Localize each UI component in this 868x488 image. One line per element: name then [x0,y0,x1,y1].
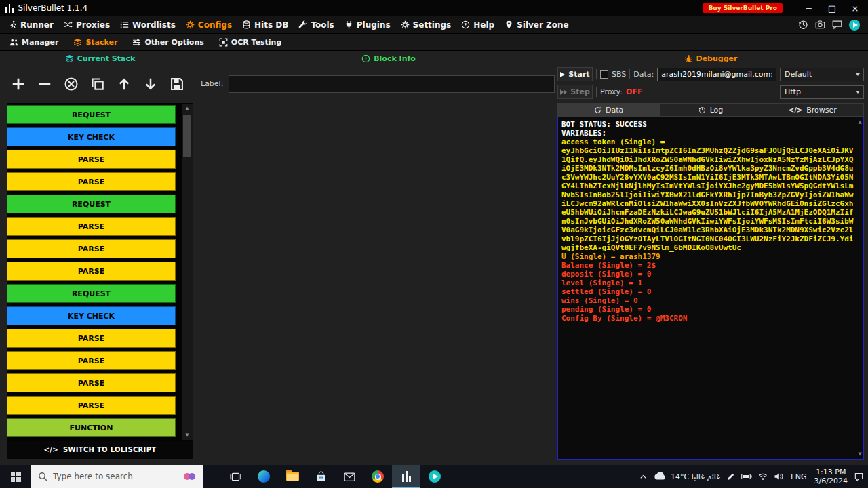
proxy-type-select[interactable]: Http [780,85,864,99]
tab-log[interactable]: Log [659,103,761,117]
connection-icon[interactable] [849,20,860,30]
section-header-row: Current Stack Block Info Debugger [0,51,868,66]
camera-icon[interactable] [815,20,825,30]
taskbar-silverbullet-icon[interactable] [392,465,420,488]
scroll-thumb[interactable] [183,115,191,157]
menu-item-settings[interactable]: Settings [401,20,452,30]
battery-icon[interactable] [741,473,752,480]
remove-block-button[interactable] [37,77,52,92]
console-line: vbl9pZCI6IjJjOGYzOTAyLTVlOGItNGI0NC04OGI… [561,235,854,243]
stack-block-parse[interactable]: PARSE [7,172,176,191]
sbs-checkbox[interactable] [600,70,608,79]
console-line: NvbSIsInBob25lIjoiIiwiYXBwX21ldGFkYXRhIj… [561,190,854,199]
save-stack-button[interactable] [170,77,184,92]
stack-block-request[interactable]: REQUEST [7,195,176,214]
minimize-button[interactable]: − [802,3,816,14]
notification-center-icon[interactable] [854,472,864,482]
stack-block-parse[interactable]: PARSE [7,329,176,348]
stack-panel: REQUESTKEY CHECKPARSEPARSEREQUESTPARSEPA… [7,103,193,441]
start-button[interactable]: Start [557,67,593,81]
start-label: Start [568,70,589,79]
stack-block-parse[interactable]: PARSE [7,217,176,236]
clone-block-button[interactable] [90,77,105,92]
menu-item-silver-zone[interactable]: Silver Zone [505,20,569,30]
console-scroll-up-icon[interactable]: ▲ [859,119,862,125]
debugger-row-2: Step Proxy: OFF Http [557,85,864,99]
language-indicator[interactable]: ENG [789,472,808,481]
console-line: pending (Single) = 0 [561,305,854,314]
subtab-ocr-testing[interactable]: OCR Testing [219,38,282,47]
proxy-toggle[interactable]: OFF [626,87,642,96]
chat-icon[interactable] [832,20,842,30]
titlebar: SilverBullet 1.1.4 Buy SilverBullet Pro … [0,0,868,16]
taskbar-task-view-icon[interactable] [221,465,250,488]
stack-block-parse[interactable]: PARSE [7,351,176,370]
move-block-up-button[interactable] [117,77,132,92]
menu-item-label: Plugins [357,20,391,30]
menu-item-hits-db[interactable]: Hits DB [242,20,288,30]
menu-item-tools[interactable]: Tools [298,20,334,30]
stack-block-request[interactable]: REQUEST [7,284,176,303]
add-block-button[interactable] [11,77,26,92]
buy-pro-button[interactable]: Buy SilverBullet Pro [703,3,783,13]
label-input[interactable] [229,75,555,93]
subtab-stacker[interactable]: Stacker [73,38,117,47]
maximize-button[interactable]: □ [825,3,840,14]
subtab-other-options[interactable]: Other Options [132,38,203,47]
weather-widget[interactable]: 14°C غائم غالبا [654,471,720,482]
taskbar-clock[interactable]: 1:13 PM 3/6/2024 [814,468,848,485]
stack-block-parse[interactable]: PARSE [7,373,176,392]
stack-block-parse[interactable]: PARSE [7,262,176,281]
scroll-down-icon[interactable]: ▼ [182,430,193,440]
network-icon[interactable] [758,472,768,481]
taskbar-edge-icon[interactable] [250,465,278,488]
stack-scrollbar[interactable]: ▲ ▼ [182,104,193,440]
subtab-manager[interactable]: Manager [9,38,58,47]
stack-block-function[interactable]: FUNCTION [7,418,176,437]
menu-item-configs[interactable]: Configs [186,20,232,30]
cloud-icon [654,471,667,482]
refresh-icon [594,106,601,114]
stack-block-parse[interactable]: PARSE [7,396,176,415]
menu-item-runner[interactable]: Runner [8,20,54,30]
menu-item-plugins[interactable]: Plugins [344,20,391,30]
controls-row: Label: Start SBS Data: Default [0,66,868,102]
move-block-down-button[interactable] [143,77,158,92]
history-icon[interactable] [798,20,808,30]
stack-block-key-check[interactable]: KEY CHECK [7,127,176,146]
disable-block-button[interactable] [64,77,79,92]
taskbar-file-explorer-icon[interactable] [278,465,307,488]
menu-item-label: Configs [198,20,232,30]
proxy-caption: Proxy: [600,87,623,96]
scroll-up-icon[interactable]: ▲ [182,104,193,113]
chevron-up-icon[interactable] [639,472,648,481]
debugger-label: Debugger [696,54,738,63]
pen-icon[interactable] [726,472,735,481]
stack-block-parse[interactable]: PARSE [7,150,176,169]
menu-item-proxies[interactable]: Proxies [64,20,110,30]
menu-item-help[interactable]: ?Help [461,20,494,30]
taskbar-mail-icon[interactable] [335,465,363,488]
menu-item-label: Settings [413,20,452,30]
date-text: 3/6/2024 [814,476,848,485]
windows-start-button[interactable] [0,465,31,488]
stack-block-key-check[interactable]: KEY CHECK [7,306,176,325]
console-scroll-down-icon[interactable]: ▼ [859,451,862,457]
tab-browser[interactable]: </>Browser [762,103,864,117]
wordlist-type-select[interactable]: Default [780,68,864,81]
stack-block-request[interactable]: REQUEST [7,105,176,124]
taskbar-teal-app-icon[interactable] [420,465,449,488]
step-button[interactable]: Step [557,85,593,99]
stack-layers-icon [65,54,74,63]
taskbar-search[interactable]: Type here to search [31,465,203,488]
menu-item-label: Runner [20,20,54,30]
tab-data[interactable]: Data [557,103,659,117]
data-input[interactable] [657,68,776,81]
close-button[interactable]: × [848,3,863,14]
stack-block-parse[interactable]: PARSE [7,239,176,258]
menu-item-wordlists[interactable]: Wordlists [120,20,176,30]
taskbar-chrome-icon[interactable] [363,465,392,488]
volume-icon[interactable] [774,472,783,481]
taskbar-store-icon[interactable] [307,465,335,488]
switch-to-loliscript-button[interactable]: </> SWITCH TO LOLISCRIPT [7,441,193,459]
